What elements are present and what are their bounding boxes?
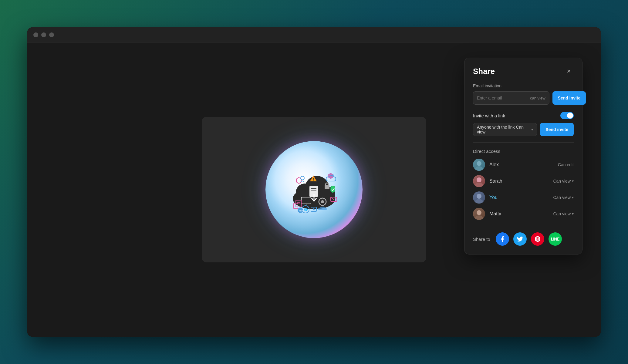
sarah-permission-dropdown[interactable]: Can view ▾ bbox=[553, 179, 574, 184]
email-row: can view Send invite bbox=[473, 91, 574, 105]
app-window: ! 🌐 bbox=[27, 27, 601, 337]
svg-rect-11 bbox=[325, 185, 329, 189]
image-frame: ! 🌐 bbox=[202, 117, 426, 262]
traffic-light-red bbox=[33, 32, 38, 37]
title-bar bbox=[27, 27, 601, 42]
user-name-alex: Alex bbox=[489, 162, 554, 167]
svg-point-21 bbox=[313, 208, 315, 210]
svg-point-36 bbox=[475, 215, 483, 220]
link-send-invite-button[interactable]: Send invite bbox=[540, 123, 574, 136]
share-panel: Share × Email invitation can view Send i… bbox=[464, 58, 582, 254]
svg-point-32 bbox=[475, 183, 483, 187]
traffic-light-green bbox=[49, 32, 54, 37]
chevron-down-icon: ▾ bbox=[531, 127, 533, 132]
twitter-share-button[interactable] bbox=[513, 232, 527, 246]
link-header-row: Invite with a link bbox=[473, 112, 574, 119]
user-name-matty: Matty bbox=[489, 211, 549, 217]
orb: ! 🌐 bbox=[265, 141, 363, 238]
line-share-button[interactable]: LINE bbox=[549, 232, 562, 246]
cloud-svg: ! 🌐 bbox=[284, 165, 344, 214]
link-section: Invite with a link Anyone with the link … bbox=[473, 112, 574, 136]
can-view-label: can view bbox=[530, 96, 545, 100]
svg-point-31 bbox=[477, 177, 481, 182]
user-row: Sarah Can view ▾ bbox=[473, 175, 574, 187]
avatar-you bbox=[473, 191, 485, 204]
link-section-label: Invite with a link bbox=[473, 113, 505, 118]
permission-alex: Can edit bbox=[558, 162, 574, 167]
link-select-wrapper[interactable]: Anyone with the link Can view ▾ bbox=[473, 123, 537, 136]
traffic-light-yellow bbox=[41, 32, 46, 37]
matty-permission-dropdown[interactable]: Can view ▾ bbox=[553, 211, 574, 216]
svg-point-34 bbox=[475, 199, 483, 204]
svg-text:🌐: 🌐 bbox=[304, 207, 308, 211]
svg-point-33 bbox=[477, 194, 481, 199]
user-name-sarah: Sarah bbox=[489, 178, 549, 184]
avatar-alex bbox=[473, 159, 485, 171]
chevron-down-icon: ▾ bbox=[572, 195, 574, 200]
svg-point-35 bbox=[477, 210, 481, 215]
user-row: Alex Can edit bbox=[473, 159, 574, 171]
share-to-row: Share to LINE bbox=[473, 232, 574, 246]
permission-sarah: Can view bbox=[553, 179, 571, 184]
you-permission-dropdown[interactable]: Can view ▾ bbox=[553, 195, 574, 200]
link-row: Anyone with the link Can view ▾ Send inv… bbox=[473, 123, 574, 136]
avatar-matty bbox=[473, 208, 485, 220]
svg-point-29 bbox=[477, 161, 481, 166]
main-content: ! 🌐 bbox=[27, 42, 601, 337]
avatar-sarah bbox=[473, 175, 485, 187]
facebook-share-button[interactable] bbox=[496, 232, 509, 246]
user-name-you: You bbox=[489, 195, 549, 200]
direct-access-label: Direct access bbox=[473, 149, 574, 154]
svg-point-10 bbox=[321, 200, 324, 203]
user-row: Matty Can view ▾ bbox=[473, 208, 574, 220]
email-send-invite-button[interactable]: Send invite bbox=[552, 91, 586, 105]
chevron-down-icon: ▾ bbox=[572, 179, 574, 183]
email-input[interactable] bbox=[477, 96, 530, 100]
permission-you: Can view bbox=[553, 195, 571, 200]
close-button[interactable]: × bbox=[564, 66, 574, 76]
invite-link-toggle[interactable] bbox=[560, 112, 574, 119]
svg-text:N56: N56 bbox=[299, 209, 304, 212]
chevron-down-icon: ▾ bbox=[572, 212, 574, 216]
pinterest-share-button[interactable] bbox=[531, 232, 544, 246]
cloud-illustration: ! 🌐 bbox=[259, 135, 369, 244]
share-title: Share bbox=[473, 67, 495, 76]
permission-matty: Can view bbox=[553, 211, 571, 216]
divider-2 bbox=[473, 226, 574, 226]
email-section-label: Email invitation bbox=[473, 83, 574, 88]
share-to-label: Share to bbox=[473, 237, 490, 242]
email-input-wrapper[interactable]: can view bbox=[473, 91, 549, 105]
svg-point-30 bbox=[475, 166, 483, 171]
divider-1 bbox=[473, 142, 574, 143]
link-select-text: Anyone with the link Can view bbox=[477, 125, 531, 134]
svg-point-17 bbox=[301, 176, 304, 180]
user-list: Alex Can edit Sarah Can view ▾ bbox=[473, 159, 574, 220]
user-row: You Can view ▾ bbox=[473, 191, 574, 204]
svg-text:!: ! bbox=[313, 178, 314, 181]
share-header: Share × bbox=[473, 66, 574, 76]
